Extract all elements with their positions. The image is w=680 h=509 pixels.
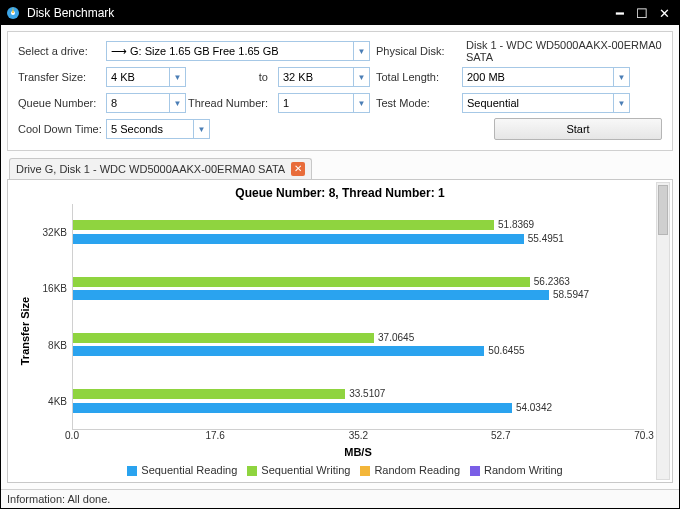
to-label: to (186, 71, 278, 83)
minimize-button[interactable]: ━ (609, 4, 631, 22)
dropdown-arrow-icon: ▼ (613, 68, 629, 86)
total-length-label: Total Length: (370, 71, 462, 83)
chart-category-label: 32KB (43, 227, 73, 238)
dropdown-arrow-icon: ▼ (353, 68, 369, 86)
legend-label: Sequential Reading (141, 464, 237, 476)
settings-panel: Select a drive: ⟶ G: Size 1.65 GB Free 1… (7, 31, 673, 151)
chart-x-tick: 35.2 (349, 430, 368, 441)
cooldown-select[interactable]: 5 Seconds ▼ (106, 119, 210, 139)
legend-label: Sequential Writing (261, 464, 350, 476)
transfer-from-select[interactable]: 4 KB ▼ (106, 67, 186, 87)
start-button[interactable]: Start (494, 118, 662, 140)
chart-bar-value: 33.5107 (349, 388, 385, 399)
chart-x-tick: 0.0 (65, 430, 79, 441)
transfer-size-label: Transfer Size: (18, 71, 106, 83)
tab-close-icon[interactable]: ✕ (291, 162, 305, 176)
total-length-select[interactable]: 200 MB ▼ (462, 67, 630, 87)
status-text: Information: All done. (7, 493, 110, 505)
content-area: Select a drive: ⟶ G: Size 1.65 GB Free 1… (1, 25, 679, 489)
queue-number-select[interactable]: 8 ▼ (106, 93, 186, 113)
status-bar: Information: All done. (1, 489, 679, 508)
physical-disk-label: Physical Disk: (370, 45, 462, 57)
dropdown-arrow-icon: ▼ (193, 120, 209, 138)
cooldown-label: Cool Down Time: (18, 123, 106, 135)
window-title: Disk Benchmark (27, 6, 609, 20)
app-icon (5, 5, 21, 21)
chart-bar (73, 389, 345, 399)
chart-x-tick: 17.6 (205, 430, 224, 441)
chart-title: Queue Number: 8, Thread Number: 1 (14, 184, 666, 204)
chart-bar (73, 403, 512, 413)
chart-bar-value: 55.4951 (528, 233, 564, 244)
close-button[interactable]: ✕ (653, 4, 675, 22)
chart-bar (73, 220, 494, 230)
legend-swatch (360, 466, 370, 476)
queue-number-label: Queue Number: (18, 97, 106, 109)
dropdown-arrow-icon: ▼ (169, 94, 185, 112)
chart-bar-value: 37.0645 (378, 332, 414, 343)
legend-swatch (127, 466, 137, 476)
chart-plot-area: 32KB51.836955.495116KB56.236358.59478KB3… (72, 204, 644, 430)
legend-label: Random Reading (374, 464, 460, 476)
thread-number-label: Thread Number: (186, 97, 278, 109)
vertical-scrollbar[interactable] (656, 182, 670, 480)
chart-bar-value: 58.5947 (553, 289, 589, 300)
chart-bar (73, 333, 374, 343)
title-bar: Disk Benchmark ━ ☐ ✕ (1, 1, 679, 25)
transfer-to-select[interactable]: 32 KB ▼ (278, 67, 370, 87)
chart-bar (73, 346, 484, 356)
chart-category-label: 16KB (43, 283, 73, 294)
tab-strip: Drive G, Disk 1 - WDC WD5000AAKX-00ERMA0… (7, 157, 673, 179)
chart-bar (73, 290, 549, 300)
test-mode-select[interactable]: Sequential ▼ (462, 93, 630, 113)
chart-x-tick: 70.3 (634, 430, 653, 441)
chart-x-axis: 0.017.635.252.770.3 (72, 430, 644, 444)
drive-label: Select a drive: (18, 45, 106, 57)
dropdown-arrow-icon: ▼ (169, 68, 185, 86)
maximize-button[interactable]: ☐ (631, 4, 653, 22)
dropdown-arrow-icon: ▼ (613, 94, 629, 112)
chart-bar-value: 50.6455 (488, 345, 524, 356)
scrollbar-thumb[interactable] (658, 185, 668, 235)
chart-panel: Queue Number: 8, Thread Number: 1 Transf… (7, 179, 673, 483)
chart-legend: Sequential ReadingSequential WritingRand… (14, 458, 666, 476)
chart-x-label: MB/S (72, 444, 644, 458)
tab-caption: Drive G, Disk 1 - WDC WD5000AAKX-00ERMA0… (16, 163, 285, 175)
chart-y-label: Transfer Size (19, 297, 31, 365)
chart-bar-value: 56.2363 (534, 276, 570, 287)
dropdown-arrow-icon: ▼ (353, 94, 369, 112)
legend-swatch (470, 466, 480, 476)
chart-bar (73, 277, 530, 287)
chart-bar (73, 234, 524, 244)
legend-label: Random Writing (484, 464, 563, 476)
drive-select[interactable]: ⟶ G: Size 1.65 GB Free 1.65 GB ▼ (106, 41, 370, 61)
chart-bar-value: 54.0342 (516, 402, 552, 413)
chart-x-tick: 52.7 (491, 430, 510, 441)
legend-swatch (247, 466, 257, 476)
chart-category-label: 8KB (48, 339, 73, 350)
dropdown-arrow-icon: ▼ (353, 42, 369, 60)
physical-disk-value: Disk 1 - WDC WD5000AAKX-00ERMA0 SATA (462, 39, 662, 63)
chart-bar-value: 51.8369 (498, 219, 534, 230)
tab-result[interactable]: Drive G, Disk 1 - WDC WD5000AAKX-00ERMA0… (9, 158, 312, 179)
chart-category-label: 4KB (48, 395, 73, 406)
thread-number-select[interactable]: 1 ▼ (278, 93, 370, 113)
test-mode-label: Test Mode: (370, 97, 462, 109)
